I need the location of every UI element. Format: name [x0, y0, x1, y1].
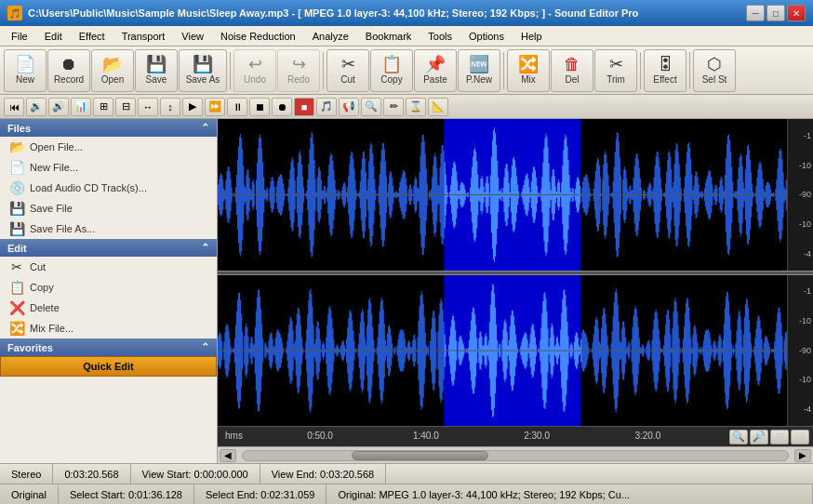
save-as-button[interactable]: 💾 Save As [179, 49, 227, 92]
mix-button[interactable]: 🔀 Mix [507, 49, 550, 92]
save-button[interactable]: 💾 Save [135, 49, 178, 92]
new-file-icon: 📄 [9, 160, 24, 175]
tb2-btn-11[interactable]: ⏸ [227, 98, 247, 116]
record-button[interactable]: ⏺ Record [47, 49, 90, 92]
tb2-btn-13[interactable]: ⏺ [272, 98, 292, 116]
bottom-track: -1 -10 -90 -10 -4 [218, 275, 813, 427]
sidebar-copy[interactable]: 📋 Copy [0, 277, 217, 298]
tb2-btn-7[interactable]: ↔ [138, 98, 158, 116]
info-label: Original: MPEG 1.0 layer-3: 44,100 kHz; … [338, 489, 630, 500]
menu-bookmark[interactable]: Bookmark [358, 29, 420, 44]
status-bar-1: Stereo 0:03:20.568 View Start: 0:00:00.0… [0, 463, 813, 484]
copy-button[interactable]: 📋 Copy [370, 49, 413, 92]
paste-icon: 📌 [425, 56, 446, 73]
tb2-btn-20[interactable]: 📐 [428, 98, 448, 116]
menu-view[interactable]: View [174, 29, 211, 44]
p-new-button[interactable]: 🆕 P.New [458, 49, 500, 92]
paste-label: Paste [423, 74, 447, 85]
sidebar-new-file[interactable]: 📄 New File... [0, 157, 217, 178]
open-button[interactable]: 📂 Open [91, 49, 134, 92]
tb2-btn-5[interactable]: ⊞ [93, 98, 113, 116]
tb2-btn-12[interactable]: ⏹ [249, 98, 270, 116]
menu-transport[interactable]: Transport [114, 29, 173, 44]
del-button[interactable]: 🗑 Del [551, 49, 593, 92]
tb2-btn-14[interactable]: ■ [294, 98, 314, 116]
sel-st-button[interactable]: ⬡ Sel St [693, 49, 736, 92]
tb2-btn-15[interactable]: 🎵 [316, 98, 337, 116]
menu-file[interactable]: File [4, 29, 35, 44]
tb2-btn-4[interactable]: 📊 [71, 98, 91, 116]
effect-button[interactable]: 🎛 Effect [644, 49, 686, 92]
sidebar-save-file[interactable]: 💾 Save File [0, 198, 217, 219]
trim-button[interactable]: ✂ Trim [594, 49, 637, 92]
edit-section-header[interactable]: Edit ⌃ [0, 239, 217, 257]
cut-sidebar-icon: ✂ [9, 259, 24, 274]
tb2-btn-16[interactable]: 📢 [339, 98, 359, 116]
tb2-btn-17[interactable]: 🔍 [361, 98, 381, 116]
undo-button[interactable]: ↩ Undo [233, 49, 276, 92]
db-scale-bottom: -1 -10 -90 -10 -4 [787, 275, 813, 427]
app-icon: 🎵 [7, 6, 22, 20]
view-end-label: View End: 0:03:20.568 [272, 469, 375, 480]
edit-collapse-icon: ⌃ [201, 242, 209, 254]
restore-button[interactable]: □ [766, 5, 785, 21]
view-start-cell: View Start: 0:00:00.000 [131, 464, 260, 484]
tb2-btn-19[interactable]: ⌛ [406, 98, 426, 116]
menu-options[interactable]: Options [461, 29, 512, 44]
menu-noise-reduction[interactable]: Noise Reduction [213, 29, 303, 44]
copy-icon: 📋 [381, 56, 402, 73]
zoom-out-button[interactable]: 🔎 [750, 430, 768, 444]
menu-bar: File Edit Effect Transport View Noise Re… [0, 26, 813, 46]
scroll-right-button[interactable]: ▶ [794, 449, 811, 462]
timeline-mark2: 1:40.0 [413, 431, 439, 441]
sidebar-cut[interactable]: ✂ Cut [0, 257, 217, 277]
cut-sidebar-label: Cut [30, 261, 46, 272]
tb2-btn-1[interactable]: ⏮ [4, 98, 24, 116]
tb2-btn-8[interactable]: ↕ [160, 98, 180, 116]
files-section-header[interactable]: Files ⌃ [0, 119, 217, 137]
del-icon: 🗑 [564, 56, 580, 73]
cut-button[interactable]: ✂ Cut [327, 49, 369, 92]
favorites-section-header[interactable]: Favorites ⌃ [0, 338, 217, 356]
scrollbar-thumb[interactable] [352, 451, 488, 460]
zoom-reset-button[interactable]: ⊟ [791, 430, 809, 444]
tb2-btn-6[interactable]: ⊟ [115, 98, 136, 116]
paste-button[interactable]: 📌 Paste [414, 49, 457, 92]
menu-analyze[interactable]: Analyze [305, 29, 356, 44]
tb2-btn-10[interactable]: ⏩ [205, 98, 225, 116]
tb2-btn-2[interactable]: 🔉 [26, 98, 47, 116]
open-label: Open [101, 74, 124, 85]
waveform-container: -1 -10 -90 -10 -4 -1 -10 -90 -10 -4 [218, 119, 813, 463]
minimize-button[interactable]: ─ [746, 5, 765, 21]
menu-help[interactable]: Help [513, 29, 550, 44]
close-button[interactable]: ✕ [787, 5, 806, 21]
toolbar-sep-2 [323, 52, 324, 89]
open-file-label: Open File... [30, 141, 83, 153]
horizontal-scrollbar[interactable] [242, 450, 789, 461]
sidebar-mix-file[interactable]: 🔀 Mix File... [0, 318, 217, 338]
quick-edit-button[interactable]: Quick Edit [0, 356, 217, 377]
tb2-btn-18[interactable]: ✏ [383, 98, 404, 116]
sidebar-delete[interactable]: ❌ Delete [0, 298, 217, 318]
sidebar-load-cd[interactable]: 💿 Load Audio CD Track(s)... [0, 178, 217, 198]
menu-tools[interactable]: Tools [420, 29, 460, 44]
select-start-label: Select Start: 0:01:36.128 [70, 489, 182, 500]
new-file-label: New File... [30, 162, 78, 173]
tb2-btn-3[interactable]: 🔊 [48, 98, 69, 116]
timeline-hms: hms [225, 431, 243, 441]
zoom-in-button[interactable]: 🔍 [729, 430, 748, 444]
new-button[interactable]: 📄 New [4, 49, 47, 92]
zoom-fit-button[interactable]: ⊞ [770, 430, 789, 444]
p-new-label: P.New [466, 74, 492, 85]
tb2-btn-9[interactable]: ▶ [182, 98, 203, 116]
timeline-mark3: 2:30.0 [524, 431, 550, 441]
sidebar-open-file[interactable]: 📂 Open File... [0, 137, 217, 157]
menu-effect[interactable]: Effect [72, 29, 113, 44]
scroll-left-button[interactable]: ◀ [220, 449, 236, 462]
sidebar-save-file-as[interactable]: 💾 Save File As... [0, 219, 217, 239]
redo-button[interactable]: ↪ Redo [277, 49, 320, 92]
new-icon: 📄 [15, 56, 35, 73]
db-scale-top: -1 -10 -90 -10 -4 [787, 119, 813, 271]
title-bar-left: 🎵 C:\Users\Public\Music\Sample Music\Sle… [7, 6, 638, 20]
menu-edit[interactable]: Edit [37, 29, 70, 44]
